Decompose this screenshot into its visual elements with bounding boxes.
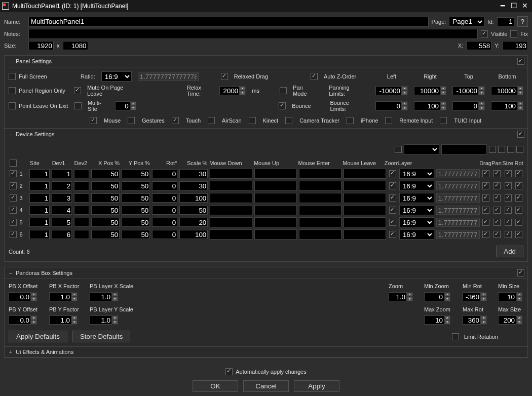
pan-bottom-input[interactable]: [491, 86, 517, 95]
size-check[interactable]: [505, 170, 512, 177]
pbx-offset-input[interactable]: [9, 292, 31, 301]
zoom-check[interactable]: [389, 219, 396, 226]
size-check[interactable]: [505, 194, 512, 202]
rot-input[interactable]: [152, 206, 177, 215]
spinner-icon[interactable]: ▴▾: [481, 315, 487, 325]
mouse-down-input[interactable]: [210, 217, 252, 227]
apply-button[interactable]: Apply: [294, 380, 339, 392]
auto-apply-check[interactable]: [225, 368, 233, 375]
notes-input[interactable]: [28, 29, 478, 39]
min-rot-input[interactable]: [463, 292, 481, 301]
pan-check[interactable]: [493, 182, 501, 189]
row-check[interactable]: [10, 219, 17, 226]
xpos-input[interactable]: [91, 169, 120, 178]
pan-mode-check[interactable]: [280, 87, 287, 94]
rot-check[interactable]: [515, 231, 522, 238]
drag-check[interactable]: [482, 219, 489, 226]
dev-opt-input[interactable]: [441, 144, 487, 154]
bounce-right-input[interactable]: [414, 101, 440, 110]
mouse-down-input[interactable]: [210, 229, 252, 240]
spinner-icon[interactable]: ▴▾: [481, 292, 487, 301]
airscan-check[interactable]: [208, 117, 215, 124]
dev-opt-check-2[interactable]: [498, 146, 505, 153]
store-defaults-button[interactable]: Store Defaults: [72, 331, 130, 342]
bounce-left-input[interactable]: [375, 101, 402, 110]
touch-check[interactable]: [172, 117, 179, 124]
camera-check[interactable]: [285, 117, 292, 124]
pan-left-input[interactable]: [375, 86, 402, 95]
page-select[interactable]: Page1: [449, 17, 484, 27]
spinner-icon[interactable]: ▴▾: [112, 292, 118, 301]
select-all-check[interactable]: [10, 160, 17, 167]
add-button[interactable]: Add: [496, 246, 523, 257]
spinner-icon[interactable]: ▴▾: [479, 86, 485, 95]
fix-check[interactable]: [510, 30, 517, 37]
uieffects-collapse-icon[interactable]: +: [8, 349, 14, 355]
multisite-input[interactable]: [115, 101, 130, 110]
size-check[interactable]: [505, 219, 512, 226]
relaxed-drag-check[interactable]: [221, 73, 228, 80]
rot-input[interactable]: [152, 181, 177, 190]
scale-input[interactable]: [179, 169, 208, 178]
rot-check[interactable]: [515, 207, 522, 214]
xpos-input[interactable]: [91, 218, 120, 227]
site-input[interactable]: [29, 193, 50, 203]
spinner-icon[interactable]: ▴▾: [516, 292, 522, 301]
device-settings-toggle[interactable]: [517, 131, 524, 138]
mouse-down-input[interactable]: [210, 193, 252, 203]
point-leave-check[interactable]: [9, 102, 16, 109]
spinner-icon[interactable]: ▴▾: [402, 101, 408, 110]
rot-input[interactable]: [152, 230, 177, 239]
device-collapse-icon[interactable]: –: [8, 131, 14, 137]
mouse-up-input[interactable]: [254, 193, 297, 203]
site-input[interactable]: [29, 230, 50, 239]
minimize-button[interactable]: ━: [498, 2, 508, 10]
layer-select[interactable]: 16:9: [399, 205, 434, 215]
site-input[interactable]: [29, 169, 50, 178]
bounce-check[interactable]: [279, 102, 286, 109]
mouse-up-input[interactable]: [254, 229, 297, 240]
pbx-factor-input[interactable]: [49, 292, 71, 301]
dev1-input[interactable]: [52, 169, 72, 178]
rot-check[interactable]: [515, 194, 522, 202]
spinner-icon[interactable]: ▴▾: [440, 101, 446, 110]
ypos-input[interactable]: [122, 169, 150, 178]
mouse-leave-input[interactable]: [344, 217, 386, 227]
min-size-input[interactable]: [498, 292, 516, 301]
xpos-input[interactable]: [91, 230, 120, 239]
zoom-check[interactable]: [389, 182, 396, 189]
scale-input[interactable]: [179, 206, 208, 215]
mouse-down-input[interactable]: [210, 205, 252, 215]
xpos-input[interactable]: [91, 193, 120, 203]
spinner-icon[interactable]: ▴▾: [444, 315, 450, 325]
row-check[interactable]: [10, 170, 17, 177]
panel-region-check[interactable]: [9, 87, 16, 94]
rot-check[interactable]: [515, 219, 522, 226]
rot-check[interactable]: [515, 182, 522, 189]
kinect-check[interactable]: [249, 117, 256, 124]
mouse-leave-input[interactable]: [344, 205, 386, 215]
ypos-input[interactable]: [122, 193, 150, 203]
mouse-enter-input[interactable]: [299, 217, 341, 227]
pan-check[interactable]: [493, 231, 501, 238]
mouse-up-input[interactable]: [254, 181, 297, 191]
drag-check[interactable]: [482, 194, 489, 202]
zoom-check[interactable]: [389, 231, 396, 238]
pby-factor-input[interactable]: [49, 315, 71, 325]
zoom-check[interactable]: [389, 170, 396, 177]
scale-input[interactable]: [179, 181, 208, 190]
panel-collapse-icon[interactable]: –: [8, 58, 14, 64]
dev-opt-check-1[interactable]: [489, 146, 496, 153]
dev-opt-check-3[interactable]: [507, 146, 514, 153]
zoom-check[interactable]: [389, 194, 396, 202]
mute-leave-check[interactable]: [74, 87, 81, 94]
size-h-input[interactable]: [63, 41, 88, 50]
ratio-select[interactable]: 16:9: [101, 71, 132, 82]
layer-select[interactable]: 16:9: [399, 229, 434, 240]
scale-input[interactable]: [179, 230, 208, 239]
spinner-icon[interactable]: ▴▾: [240, 86, 246, 95]
max-size-input[interactable]: [498, 315, 516, 325]
drag-check[interactable]: [482, 207, 489, 214]
scale-input[interactable]: [179, 193, 208, 203]
x-input[interactable]: [466, 41, 491, 50]
